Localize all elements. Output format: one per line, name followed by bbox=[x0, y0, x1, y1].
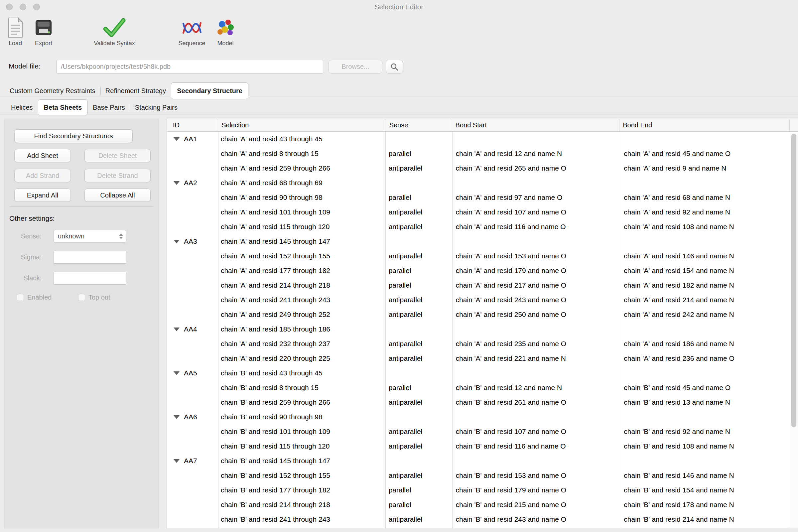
strand-row[interactable]: chain 'A' and resid 220 through 225antip… bbox=[167, 351, 790, 366]
disclosure-triangle-icon[interactable] bbox=[174, 459, 179, 463]
bond-end-cell: chain 'A' and resid 68 and name N bbox=[620, 190, 790, 205]
strand-row[interactable]: chain 'A' and resid 90 through 98paralle… bbox=[167, 190, 790, 205]
sequence-button[interactable]: Sequence bbox=[178, 16, 205, 47]
sheet-row[interactable]: AA7chain 'B' and resid 145 through 147 bbox=[167, 454, 790, 468]
bond-start-cell: chain 'B' and resid 12 and name N bbox=[452, 380, 620, 395]
sheet-row[interactable]: AA2chain 'A' and resid 68 through 69 bbox=[167, 175, 790, 190]
disclosure-triangle-icon[interactable] bbox=[174, 327, 179, 331]
strand-row[interactable]: chain 'A' and resid 241 through 243antip… bbox=[167, 292, 790, 307]
bond-start-cell: chain 'B' and resid 243 and name O bbox=[452, 512, 620, 527]
bond-end-cell: chain 'B' and resid 146 and name N bbox=[620, 468, 790, 483]
sense-cell: antiparallel bbox=[385, 292, 452, 307]
bond-start-cell bbox=[452, 175, 620, 190]
disclosure-triangle-icon[interactable] bbox=[174, 137, 179, 141]
id-cell bbox=[167, 220, 218, 234]
add-sheet-button[interactable]: Add Sheet bbox=[14, 149, 71, 162]
top-out-checkbox[interactable] bbox=[78, 294, 85, 301]
tab-stacking-pairs[interactable]: Stacking Pairs bbox=[130, 101, 183, 114]
strand-row[interactable]: chain 'B' and resid 115 through 120antip… bbox=[167, 439, 790, 454]
tab-custom-geometry-restraints[interactable]: Custom Geometry Restraints bbox=[5, 84, 100, 98]
sense-cell: antiparallel bbox=[385, 307, 452, 322]
column-header-selection[interactable]: Selection bbox=[218, 119, 385, 131]
sense-cell: parallel bbox=[385, 278, 452, 292]
search-button[interactable] bbox=[386, 60, 403, 74]
sheet-row[interactable]: AA4chain 'A' and resid 185 through 186 bbox=[167, 322, 790, 337]
strand-row[interactable]: chain 'B' and resid 177 through 182paral… bbox=[167, 483, 790, 497]
strand-row[interactable]: chain 'B' and resid 152 through 155antip… bbox=[167, 468, 790, 483]
selection-cell: chain 'B' and resid 101 through 109 bbox=[218, 424, 385, 439]
bond-start-cell: chain 'A' and resid 179 and name O bbox=[452, 263, 620, 278]
bond-start-cell bbox=[452, 132, 620, 146]
sidebar-divider bbox=[10, 207, 154, 207]
sheet-row[interactable]: AA1chain 'A' and resid 43 through 45 bbox=[167, 132, 790, 146]
enabled-checkbox[interactable] bbox=[17, 294, 24, 301]
strand-row[interactable]: chain 'A' and resid 177 through 182paral… bbox=[167, 263, 790, 278]
sense-cell: antiparallel bbox=[385, 351, 452, 366]
strand-row[interactable]: chain 'B' and resid 101 through 109antip… bbox=[167, 424, 790, 439]
selection-cell: chain 'B' and resid 214 through 218 bbox=[218, 497, 385, 512]
delete-strand-button[interactable]: Delete Strand bbox=[84, 169, 151, 182]
bond-start-cell: chain 'A' and resid 221 and name N bbox=[452, 351, 620, 366]
column-header-id[interactable]: ID bbox=[167, 119, 218, 131]
bond-start-cell: chain 'A' and resid 97 and name O bbox=[452, 190, 620, 205]
sheet-row[interactable]: AA5chain 'B' and resid 43 through 45 bbox=[167, 366, 790, 380]
strand-row[interactable]: chain 'B' and resid 241 through 243antip… bbox=[167, 512, 790, 527]
sense-cell bbox=[385, 454, 452, 468]
add-strand-button[interactable]: Add Strand bbox=[14, 169, 71, 182]
strand-row[interactable]: chain 'A' and resid 152 through 155antip… bbox=[167, 249, 790, 263]
sheet-row[interactable]: AA3chain 'A' and resid 145 through 147 bbox=[167, 234, 790, 249]
load-button[interactable]: Load bbox=[7, 16, 24, 47]
find-secondary-structures-button[interactable]: Find Secondary Structures bbox=[14, 129, 133, 143]
disclosure-triangle-icon[interactable] bbox=[174, 240, 179, 243]
strand-row[interactable]: chain 'A' and resid 8 through 15parallel… bbox=[167, 146, 790, 161]
id-cell bbox=[167, 497, 218, 512]
bond-start-cell: chain 'B' and resid 215 and name O bbox=[452, 497, 620, 512]
sigma-input[interactable] bbox=[53, 251, 126, 264]
tab-beta-sheets[interactable]: Beta Sheets bbox=[38, 99, 88, 115]
stepper-icon[interactable] bbox=[117, 233, 126, 239]
selection-cell: chain 'B' and resid 8 through 15 bbox=[218, 380, 385, 395]
sheet-row[interactable]: AA6chain 'B' and resid 90 through 98 bbox=[167, 410, 790, 424]
strand-row[interactable]: chain 'A' and resid 259 through 266antip… bbox=[167, 161, 790, 175]
disclosure-triangle-icon[interactable] bbox=[174, 181, 179, 185]
close-button[interactable] bbox=[6, 4, 13, 10]
id-cell bbox=[167, 424, 218, 439]
strand-row[interactable]: chain 'B' and resid 259 through 266antip… bbox=[167, 395, 790, 410]
tab-base-pairs[interactable]: Base Pairs bbox=[88, 101, 130, 114]
strand-row[interactable]: chain 'A' and resid 232 through 237antip… bbox=[167, 337, 790, 351]
minimize-button[interactable] bbox=[20, 4, 26, 10]
expand-all-button[interactable]: Expand All bbox=[14, 189, 71, 202]
slack-input[interactable] bbox=[53, 272, 126, 285]
strand-row[interactable]: chain 'A' and resid 249 through 252antip… bbox=[167, 307, 790, 322]
strand-row[interactable]: chain 'A' and resid 214 through 218paral… bbox=[167, 278, 790, 292]
id-cell bbox=[167, 468, 218, 483]
id-cell bbox=[167, 190, 218, 205]
scrollbar-thumb[interactable] bbox=[791, 134, 796, 427]
column-header-sense[interactable]: Sense bbox=[385, 119, 452, 131]
vertical-scrollbar[interactable] bbox=[790, 132, 798, 528]
selection-cell: chain 'A' and resid 101 through 109 bbox=[218, 205, 385, 220]
column-header-bond-start[interactable]: Bond Start bbox=[452, 119, 620, 131]
model-file-input[interactable] bbox=[57, 60, 323, 74]
tab-refinement-strategy[interactable]: Refinement Strategy bbox=[100, 84, 171, 98]
model-button[interactable]: Model bbox=[215, 16, 235, 47]
strand-row[interactable]: chain 'A' and resid 115 through 120antip… bbox=[167, 220, 790, 234]
green-check-icon bbox=[103, 16, 126, 39]
collapse-all-button[interactable]: Collapse All bbox=[84, 189, 151, 202]
column-header-bond-end[interactable]: Bond End bbox=[620, 119, 790, 131]
browse-button[interactable]: Browse... bbox=[328, 60, 382, 74]
disclosure-triangle-icon[interactable] bbox=[174, 372, 179, 375]
validate-syntax-button[interactable]: Validate Syntax bbox=[94, 16, 135, 47]
sense-combobox[interactable]: unknown bbox=[53, 230, 126, 243]
disclosure-triangle-icon[interactable] bbox=[174, 415, 179, 419]
id-cell: AA5 bbox=[167, 366, 218, 380]
tab-secondary-structure[interactable]: Secondary Structure bbox=[171, 82, 248, 99]
delete-sheet-button[interactable]: Delete Sheet bbox=[84, 149, 151, 162]
tab-helices[interactable]: Helices bbox=[6, 101, 38, 114]
strand-row[interactable]: chain 'B' and resid 8 through 15parallel… bbox=[167, 380, 790, 395]
zoom-button[interactable] bbox=[33, 4, 40, 10]
strand-row[interactable]: chain 'B' and resid 214 through 218paral… bbox=[167, 497, 790, 512]
export-button[interactable]: Export bbox=[34, 16, 53, 47]
strand-row[interactable]: chain 'A' and resid 101 through 109antip… bbox=[167, 205, 790, 220]
id-cell: AA2 bbox=[167, 175, 218, 190]
